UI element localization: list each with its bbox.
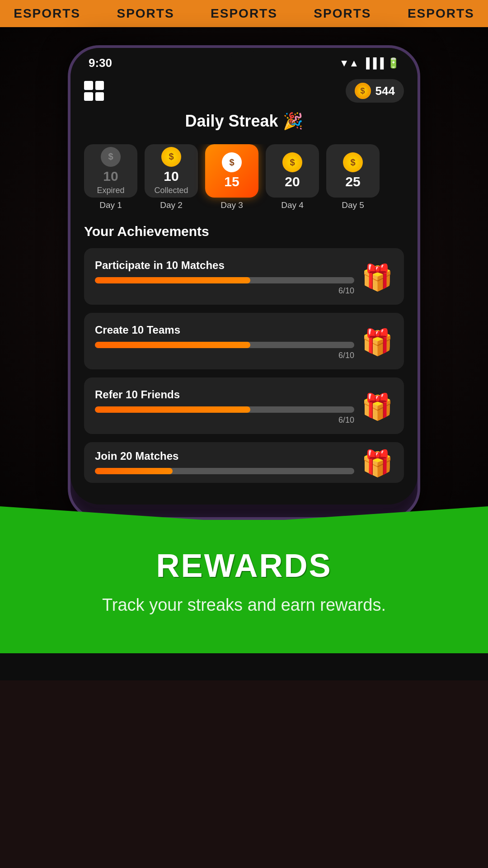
achievement-name-1: Participate in 10 Matches [95,259,354,272]
coin-icon: $ [355,83,371,99]
streak-coin-1: $ [101,147,121,167]
rewards-section: REWARDS Track your streaks and earn rewa… [0,520,488,653]
progress-bar-bg-2 [95,342,354,348]
rewards-title: REWARDS [27,547,461,584]
ticker-bar: ESPORTS SPORTS ESPORTS SPORTS ESPORTS [0,0,488,27]
gift-icon-4: 🎁 [361,448,393,478]
achievement-card-4: Join 20 Matches 🎁 [84,442,404,483]
progress-bar-fill-2 [95,342,250,348]
streak-day-4: $ 20 Day 4 [266,144,319,210]
streak-number-1: 10 [103,169,118,184]
progress-bar-fill-1 [95,277,250,283]
volume-up-button [68,147,70,175]
achievements-title: Your Achievements [84,224,404,239]
coin-balance-badge: $ 544 [346,79,404,103]
phone-mockup: 9:30 ▼▲ ▐▐▐ 🔋 [68,45,420,520]
ticker-item-2: SPORTS [117,6,174,21]
ticker-item-1: ESPORTS [14,6,80,21]
grid-cell-3 [84,92,93,101]
gift-icon-1: 🎁 [361,263,393,292]
achievement-info-2: Create 10 Teams 6/10 [95,324,354,360]
streak-coin-3: $ [222,152,242,172]
signal-icon: ▐▐▐ [362,57,384,69]
progress-bar-bg-3 [95,406,354,413]
progress-bar-bg-1 [95,277,354,283]
streak-label-4: Day 4 [281,200,304,210]
grid-cell-4 [95,92,104,101]
progress-bar-bg-4 [95,468,354,474]
progress-bar-fill-3 [95,406,250,413]
streak-card-5[interactable]: $ 25 [326,144,380,198]
progress-bar-fill-4 [95,468,173,474]
bottom-strip [0,653,488,680]
achievement-name-3: Refer 10 Friends [95,388,354,401]
streak-number-4: 20 [285,174,300,189]
gift-icon-3: 🎁 [361,392,393,422]
grid-cell-2 [95,81,104,90]
progress-text-2: 6/10 [95,351,354,360]
power-button [418,165,420,206]
progress-text-1: 6/10 [95,286,354,296]
streak-row: $ 10 Expired Day 1 $ 10 Collected [84,144,404,210]
streak-status-1: Expired [97,186,124,195]
achievement-name-2: Create 10 Teams [95,324,354,336]
progress-text-3: 6/10 [95,415,354,425]
status-time: 9:30 [89,56,112,70]
streak-card-3[interactable]: $ 15 [205,144,258,198]
streak-number-3: 15 [224,174,239,189]
streak-card-1[interactable]: $ 10 Expired [84,144,137,198]
achievement-name-4: Join 20 Matches [95,450,354,462]
achievement-card-1: Participate in 10 Matches 6/10 🎁 [84,248,404,305]
dark-background: 9:30 ▼▲ ▐▐▐ 🔋 [0,27,488,520]
streak-label-2: Day 2 [160,200,183,210]
status-icons: ▼▲ ▐▐▐ 🔋 [339,57,399,69]
streak-day-3: $ 15 Day 3 [205,144,258,210]
ticker-item-4: SPORTS [314,6,371,21]
streak-label-5: Day 5 [342,200,364,210]
menu-icon[interactable] [84,81,104,101]
streak-day-5: $ 25 Day 5 [326,144,380,210]
streak-coin-4: $ [282,152,302,172]
ticker-item-3: ESPORTS [211,6,277,21]
achievement-card-3: Refer 10 Friends 6/10 🎁 [84,377,404,434]
achievement-info-4: Join 20 Matches [95,450,354,477]
streak-number-5: 25 [345,174,360,189]
ticker-content: ESPORTS SPORTS ESPORTS SPORTS ESPORTS [0,6,488,21]
header-row: $ 544 [84,75,404,112]
streak-card-2[interactable]: $ 10 Collected [145,144,198,198]
battery-icon: 🔋 [387,57,399,69]
streak-card-4[interactable]: $ 20 [266,144,319,198]
streak-number-2: 10 [164,169,178,184]
streak-label-3: Day 3 [221,200,243,210]
phone-screen: 9:30 ▼▲ ▐▐▐ 🔋 [70,48,418,505]
phone-content: $ 544 Daily Streak 🎉 $ 10 Expired [70,75,418,505]
ticker-item-5: ESPORTS [408,6,474,21]
achievement-info-3: Refer 10 Friends 6/10 [95,388,354,425]
streak-label-1: Day 1 [99,200,122,210]
camera-notch [230,48,258,75]
coin-balance-value: 544 [375,84,395,98]
achievement-card-2: Create 10 Teams 6/10 🎁 [84,313,404,369]
volume-down-button [68,184,70,211]
page-title: Daily Streak 🎉 [84,112,404,131]
rewards-subtitle: Track your streaks and earn rewards. [27,593,461,617]
achievement-info-1: Participate in 10 Matches 6/10 [95,259,354,296]
gift-icon-2: 🎁 [361,327,393,357]
streak-day-2: $ 10 Collected Day 2 [145,144,198,210]
streak-day-1: $ 10 Expired Day 1 [84,144,137,210]
streak-coin-2: $ [161,147,181,167]
streak-status-2: Collected [154,186,188,195]
streak-coin-5: $ [343,152,363,172]
grid-cell-1 [84,81,93,90]
wifi-icon: ▼▲ [339,57,359,69]
